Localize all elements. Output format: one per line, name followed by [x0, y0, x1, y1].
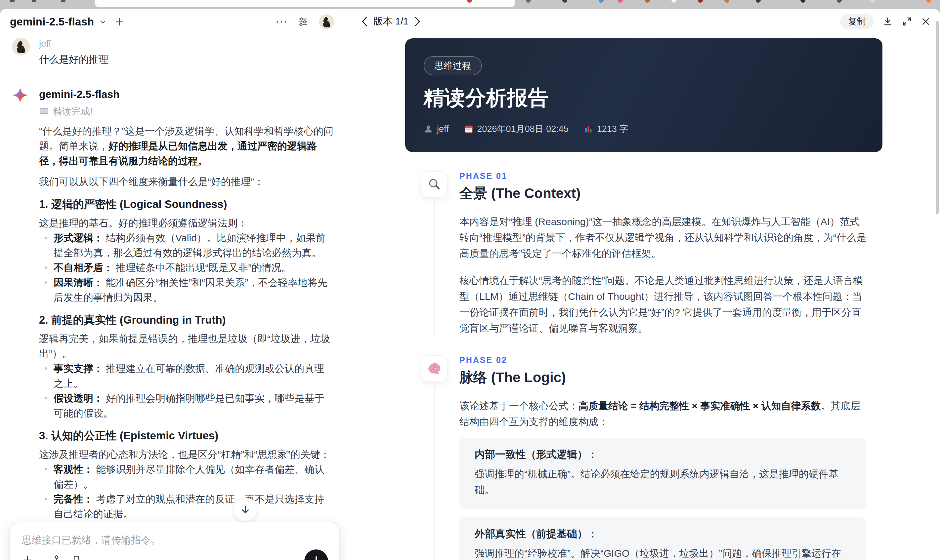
list-item: •客观性： 能够识别并尽量排除个人偏见（如幸存者偏差、确认偏差）。: [39, 462, 334, 492]
bookmark-button[interactable]: [71, 554, 82, 560]
card-title: 内部一致性（形式逻辑）：: [475, 448, 851, 462]
card-title: 外部真实性（前提基础）：: [475, 527, 851, 541]
user-message: jeff 什么是好的推理: [12, 38, 334, 66]
phase-section: PHASE 02 脉络 (The Logic) 该论述基于一个核心公式：高质量结…: [405, 355, 883, 560]
author-meta: jeff: [424, 124, 449, 134]
bullet-dot: •: [39, 231, 54, 260]
browser-icon[interactable]: [10, 0, 15, 2]
user-avatar[interactable]: [319, 14, 334, 29]
paragraph: 该论述基于一个核心公式：高质量结论 = 结构完整性 × 事实准确性 × 认知自律…: [459, 398, 866, 430]
dimension-card: 内部一致性（形式逻辑）： 强调推理的“机械正确”。结论必须在给定的规则系统内逻辑…: [459, 438, 866, 509]
phase-section: PHASE 01 全景 (The Context) 本内容是对“推理 (Reas…: [405, 171, 883, 336]
report-panel: 版本 1/1 复制: [347, 9, 940, 560]
phase-kicker: PHASE 01: [459, 171, 866, 181]
scroll-to-bottom-button[interactable]: [234, 498, 257, 522]
book-icon: [39, 107, 49, 116]
paragraph: 本内容是对“推理 (Reasoning)”这一抽象概念的高层建模。在知识爆炸与人…: [459, 214, 866, 262]
browser-toolbar: [0, 0, 940, 9]
paragraph: 我们可以从以下四个维度来衡量什么是“好的推理”：: [39, 174, 334, 189]
scrollbar-thumb[interactable]: [936, 21, 938, 214]
extension-icon[interactable]: [672, 0, 676, 3]
bar-chart-icon: [584, 124, 593, 134]
chat-header: gemini-2.5-flash: [0, 9, 347, 34]
section-intro: 这涉及推理者的心态和方法论，也是区分“杠精”和“思想家”的关键：: [39, 447, 334, 462]
user-avatar: [12, 38, 39, 55]
chat-scroll-area[interactable]: jeff 什么是好的推理: [0, 34, 347, 560]
person-icon: [424, 124, 433, 134]
list-item: •事实支撑： 推理建立在可靠的数据、准确的观测或公认的真理之上。: [39, 361, 334, 391]
date-meta: 2026年01月08日 02:45: [464, 123, 569, 135]
attach-button[interactable]: [22, 554, 33, 560]
model-selector[interactable]: gemini-2.5-flash: [10, 15, 94, 28]
composer-placeholder: 思维接口已就绪，请传输指令。: [22, 534, 327, 547]
bullet-dot: •: [39, 391, 54, 420]
paragraph: “什么是好的推理？”这是一个涉及逻辑学、认知科学和哲学核心的问题。简单来说，好的…: [39, 124, 334, 168]
report-toolbar: 版本 1/1 复制: [347, 9, 940, 34]
browser-icon[interactable]: [61, 0, 65, 2]
extension-icon[interactable]: [837, 0, 842, 3]
bullet-list: •形式逻辑： 结构必须有效（Valid）。比如演绎推理中，如果前提全部为真，那么…: [39, 231, 334, 305]
extension-icon[interactable]: [698, 0, 703, 3]
chat-panel: gemini-2.5-flash: [0, 9, 347, 560]
bullet-dot: •: [39, 361, 54, 391]
extension-icon[interactable]: [562, 0, 567, 3]
extension-icon[interactable]: [870, 0, 875, 3]
app-window: gemini-2.5-flash: [0, 9, 940, 560]
version-next-button[interactable]: [414, 17, 421, 26]
waveform-icon: [316, 556, 317, 560]
divider: [42, 555, 42, 560]
card-body: 强调推理的“机械正确”。结论必须在给定的规则系统内逻辑自洽，这是推理的硬件基础。: [475, 466, 851, 498]
message-author: gemini-2.5-flash: [39, 88, 334, 100]
assistant-content: “什么是好的推理？”这是一个涉及逻辑学、认知科学和哲学核心的问题。简单来说，好的…: [39, 124, 334, 560]
thought-process-badge: 思维过程: [424, 56, 482, 75]
list-item: •形式逻辑： 结构必须有效（Valid）。比如演绎推理中，如果前提全部为真，那么…: [39, 231, 334, 260]
card-body: 强调推理的“经验校准”。解决“GIGO（垃圾进，垃圾出）”问题，确保推理引擎运行…: [475, 545, 851, 560]
composer[interactable]: 思维接口已就绪，请传输指令。: [9, 522, 340, 560]
word-count-meta: 1213 字: [584, 123, 629, 135]
browser-icon[interactable]: [32, 0, 36, 2]
address-bar[interactable]: [95, 0, 515, 7]
brain-icon: [421, 355, 447, 382]
timeline-line: [434, 202, 435, 336]
copy-button[interactable]: 复制: [840, 14, 874, 29]
report-hero-card: 思维过程 精读分析报告 jeff 2026年01月08日 02:45: [405, 38, 883, 152]
close-button[interactable]: [921, 17, 931, 26]
bullet-list: •事实支撑： 推理建立在可靠的数据、准确的观测或公认的真理之上。 •假设透明： …: [39, 361, 334, 420]
report-scroll-area[interactable]: 思维过程 精读分析报告 jeff 2026年01月08日 02:45: [347, 34, 940, 560]
tune-settings-button[interactable]: [297, 16, 309, 28]
extension-icon[interactable]: [926, 0, 931, 3]
phase-title: 全景 (The Context): [459, 184, 866, 203]
version-prev-button[interactable]: [361, 17, 368, 26]
screen: gemini-2.5-flash: [0, 0, 940, 560]
gemini-star-icon: [12, 87, 39, 103]
section-heading: 2. 前提的真实性 (Grounding in Truth): [39, 313, 334, 327]
list-item: •完备性： 考虑了对立的观点和潜在的反证，而不是只选择支持自己结论的证据。: [39, 492, 334, 522]
skills-sparkle-button[interactable]: [51, 554, 63, 560]
extension-icon[interactable]: [526, 0, 531, 3]
list-item: •不自相矛盾： 推理链条中不能出现“既是又非”的情况。: [39, 260, 334, 275]
expand-fullscreen-button[interactable]: [901, 16, 912, 27]
bullet-dot: •: [39, 260, 54, 275]
bullet-dot: •: [39, 492, 54, 522]
extension-icon[interactable]: [599, 0, 604, 3]
extension-icon[interactable]: [618, 0, 623, 3]
chevron-down-icon[interactable]: [99, 17, 107, 26]
calendar-icon: [464, 124, 473, 134]
more-options-button[interactable]: [276, 20, 287, 24]
new-chat-button[interactable]: [114, 17, 124, 27]
message-author: jeff: [39, 38, 334, 49]
status-line: 精读完成!: [39, 105, 334, 118]
assistant-message: gemini-2.5-flash 精读完成! “什么是好的推理？”这是一个涉及逻…: [12, 87, 334, 560]
status-text: 精读完成!: [53, 105, 92, 118]
extension-icon[interactable]: [756, 0, 761, 3]
extension-icon[interactable]: [724, 0, 729, 3]
section-heading: 1. 逻辑的严密性 (Logical Soundness): [39, 198, 334, 211]
version-label: 版本 1/1: [373, 15, 408, 28]
voice-input-button[interactable]: [304, 549, 328, 560]
section-intro: 逻辑再完美，如果前提是错误的，推理也是垃圾（即“垃圾进，垃圾出”）。: [39, 331, 334, 361]
download-button[interactable]: [883, 16, 893, 27]
magnifier-icon: [421, 171, 447, 198]
extension-icon[interactable]: [800, 0, 805, 3]
extension-icon[interactable]: [645, 0, 650, 3]
report-meta: jeff 2026年01月08日 02:45 1213 字: [424, 123, 864, 135]
